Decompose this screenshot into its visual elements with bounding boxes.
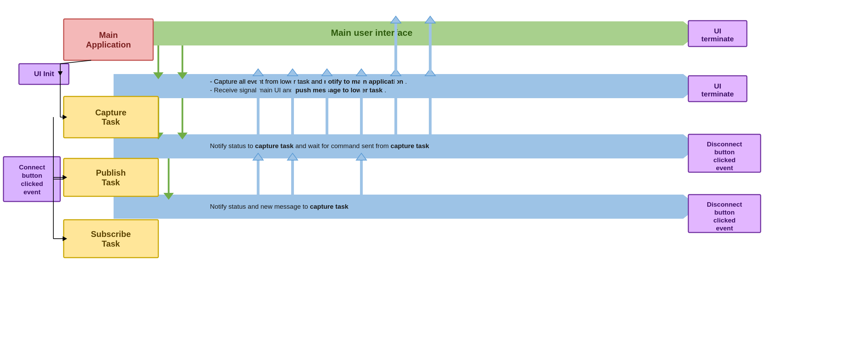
svg-marker-40 — [391, 16, 401, 23]
svg-text:button: button — [714, 148, 734, 156]
svg-text:clicked: clicked — [713, 156, 735, 164]
svg-text:- Capture all event from lower: - Capture all event from lower task and … — [210, 78, 407, 85]
svg-marker-30 — [322, 69, 332, 76]
svg-text:Subscribe: Subscribe — [91, 229, 131, 239]
svg-text:Task: Task — [102, 178, 120, 187]
svg-text:UI: UI — [714, 27, 721, 35]
svg-marker-84 — [63, 115, 67, 120]
svg-text:Main user interface: Main user interface — [331, 28, 413, 38]
svg-marker-92 — [63, 236, 67, 241]
svg-marker-36 — [391, 69, 401, 76]
svg-rect-57 — [3, 157, 60, 201]
svg-rect-46 — [19, 64, 69, 84]
svg-text:Connect: Connect — [19, 164, 45, 171]
svg-text:- Receive signal main UI and 
: - Receive signal main UI and push messag… — [210, 86, 386, 94]
svg-rect-51 — [64, 158, 158, 196]
svg-marker-15 — [153, 133, 163, 139]
svg-marker-38 — [425, 69, 435, 76]
svg-text:Main: Main — [99, 30, 118, 40]
svg-marker-2 — [114, 74, 699, 98]
svg-marker-34 — [356, 153, 367, 160]
svg-marker-13 — [177, 72, 188, 79]
svg-marker-19 — [163, 193, 174, 200]
svg-marker-4 — [114, 195, 699, 219]
svg-text:Capture: Capture — [95, 108, 127, 117]
svg-text:clicked: clicked — [21, 180, 43, 187]
svg-text:Application: Application — [86, 40, 131, 49]
svg-marker-17 — [177, 133, 188, 139]
svg-marker-27 — [287, 153, 298, 160]
svg-marker-87 — [63, 175, 67, 180]
svg-text:terminate: terminate — [701, 35, 734, 43]
svg-text:UI Init: UI Init — [34, 70, 54, 77]
svg-marker-3 — [114, 134, 699, 158]
svg-rect-73 — [688, 195, 761, 232]
svg-line-78 — [60, 60, 91, 64]
svg-text:Disconnect: Disconnect — [707, 141, 742, 148]
svg-text:UI: UI — [714, 82, 721, 90]
svg-text:clicked: clicked — [713, 217, 735, 224]
svg-text:Notify status and new message : Notify status and new message to capture… — [210, 203, 349, 210]
svg-marker-0 — [114, 21, 699, 45]
svg-text:Task: Task — [102, 117, 120, 126]
svg-marker-21 — [253, 69, 263, 76]
svg-text:Disconnect: Disconnect — [707, 201, 742, 208]
svg-text:button: button — [22, 172, 42, 179]
svg-marker-80 — [58, 71, 63, 76]
svg-rect-62 — [688, 21, 747, 46]
svg-marker-23 — [253, 153, 263, 160]
svg-text:event: event — [716, 225, 733, 232]
diagram: Main user interface - Capture all event … — [0, 0, 868, 352]
svg-text:Notify status to 
      captur: Notify status to capture task and wait f… — [210, 142, 429, 149]
svg-rect-48 — [64, 96, 158, 138]
svg-text:terminate: terminate — [701, 90, 734, 98]
svg-text:Task: Task — [102, 239, 120, 248]
svg-rect-43 — [64, 19, 153, 60]
svg-text:button: button — [714, 209, 734, 216]
svg-text:event: event — [716, 164, 733, 172]
svg-text:event: event — [23, 188, 41, 196]
svg-marker-42 — [425, 16, 435, 23]
svg-marker-25 — [287, 69, 298, 76]
svg-text:- Capture all event from lower: - Capture all event from lower task and — [210, 78, 322, 85]
svg-rect-54 — [64, 220, 158, 258]
svg-marker-11 — [153, 72, 163, 79]
svg-rect-68 — [688, 134, 761, 172]
svg-text:Publish: Publish — [96, 168, 126, 177]
svg-marker-32 — [356, 69, 367, 76]
svg-rect-65 — [688, 76, 747, 102]
